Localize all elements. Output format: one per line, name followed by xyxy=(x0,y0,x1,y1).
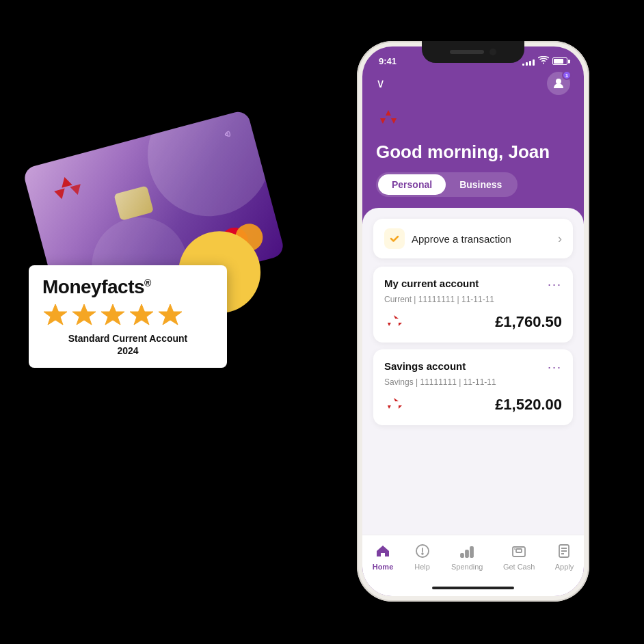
profile-button[interactable]: 1 xyxy=(547,72,570,95)
greeting-text: Good morning, Joan xyxy=(362,139,584,172)
camera xyxy=(489,49,496,55)
svg-rect-11 xyxy=(470,547,473,557)
bottom-navigation: Home Help xyxy=(362,535,584,596)
moneyfacts-subtitle-line1: Standard Current Account xyxy=(68,333,188,344)
card-chip xyxy=(113,185,154,221)
home-icon xyxy=(374,542,392,560)
notification-badge: 1 xyxy=(562,70,572,80)
svg-rect-9 xyxy=(461,554,464,557)
svg-rect-10 xyxy=(466,550,468,557)
signal-bar-2 xyxy=(526,62,528,66)
spending-icon xyxy=(458,542,476,560)
current-account-name: My current account xyxy=(384,278,479,289)
nav-get-cash-label: Get Cash xyxy=(503,563,535,571)
nav-spending-label: Spending xyxy=(451,563,483,571)
star-3 xyxy=(100,302,126,328)
svg-point-8 xyxy=(422,553,423,554)
help-icon xyxy=(414,542,431,560)
savings-account-header: Savings account ··· xyxy=(384,360,562,375)
nav-apply[interactable]: Apply xyxy=(555,542,574,571)
star-5 xyxy=(157,302,183,328)
savings-account-balance: £1,520.00 xyxy=(495,396,562,414)
nav-apply-label: Apply xyxy=(555,563,574,571)
app-header: ∨ 1 xyxy=(362,69,584,103)
savings-account-name: Savings account xyxy=(384,360,466,372)
current-account-menu[interactable]: ··· xyxy=(548,278,562,292)
chevron-right-icon: › xyxy=(558,232,562,246)
signal-bar-4 xyxy=(533,59,535,66)
moneyfacts-reg: ® xyxy=(144,278,151,289)
tab-business[interactable]: Business xyxy=(446,174,515,195)
svg-rect-13 xyxy=(516,549,522,552)
battery-icon xyxy=(552,57,567,65)
natwest-logo xyxy=(362,103,584,139)
current-account-balance: £1,760.50 xyxy=(495,313,562,331)
nav-spending[interactable]: Spending xyxy=(451,542,483,571)
star-1 xyxy=(42,302,68,328)
svg-rect-12 xyxy=(513,547,525,556)
nav-get-cash[interactable]: Get Cash xyxy=(503,542,535,571)
svg-marker-2 xyxy=(101,304,124,325)
speaker-grille xyxy=(450,50,484,54)
nav-help-label: Help xyxy=(414,563,430,571)
phone-notch xyxy=(422,41,524,63)
apply-icon xyxy=(555,542,573,560)
savings-account-card[interactable]: Savings account ··· Savings | 11111111 |… xyxy=(373,349,573,425)
signal-bar-1 xyxy=(522,64,524,66)
svg-point-5 xyxy=(556,79,561,84)
moneyfacts-title: Moneyfacts® xyxy=(42,278,213,297)
signal-icon xyxy=(522,57,535,66)
tab-personal[interactable]: Personal xyxy=(378,174,446,195)
transaction-banner[interactable]: Approve a transaction › xyxy=(373,219,573,258)
home-indicator xyxy=(432,587,514,589)
star-2 xyxy=(71,302,97,328)
account-type-tabs[interactable]: Personal Business xyxy=(376,172,518,197)
stars-row xyxy=(42,302,213,328)
wifi-icon xyxy=(538,56,549,66)
savings-account-menu[interactable]: ··· xyxy=(548,360,562,375)
svg-marker-1 xyxy=(72,304,96,325)
moneyfacts-brand: Moneyfacts xyxy=(42,276,144,297)
moneyfacts-subtitle-line2: 2024 xyxy=(117,345,138,356)
moneyfacts-award: Moneyfacts® Standar xyxy=(29,265,227,368)
current-account-card[interactable]: My current account ··· Current | 1111111… xyxy=(373,267,573,343)
svg-marker-3 xyxy=(130,304,153,325)
nav-help[interactable]: Help xyxy=(414,542,431,571)
transaction-text: Approve a transaction xyxy=(412,233,511,245)
chevron-down-icon[interactable]: ∨ xyxy=(376,76,385,91)
svg-marker-0 xyxy=(44,304,67,325)
svg-marker-4 xyxy=(159,304,182,325)
current-account-header: My current account ··· xyxy=(384,278,562,292)
nav-home-label: Home xyxy=(373,563,394,571)
battery-fill xyxy=(554,59,563,64)
natwest-card-logo xyxy=(45,167,90,207)
status-right xyxy=(522,56,567,66)
transaction-icon xyxy=(384,228,405,249)
nav-home[interactable]: Home xyxy=(373,542,394,571)
current-account-footer: £1,760.50 xyxy=(384,312,562,332)
phone-screen: 9:41 xyxy=(362,46,584,596)
moneyfacts-subtitle: Standard Current Account 2024 xyxy=(42,332,213,357)
savings-account-meta: Savings | 11111111 | 11-11-11 xyxy=(384,377,562,387)
status-time: 9:41 xyxy=(379,56,397,66)
transaction-info: Approve a transaction xyxy=(384,228,511,249)
savings-account-footer: £1,520.00 xyxy=(384,395,562,414)
svg-rect-6 xyxy=(388,232,401,245)
current-account-meta: Current | 11111111 | 11-11-11 xyxy=(384,295,562,304)
star-4 xyxy=(129,302,155,328)
phone: 9:41 xyxy=(357,41,589,602)
signal-bar-3 xyxy=(529,61,531,66)
get-cash-icon xyxy=(510,542,528,560)
